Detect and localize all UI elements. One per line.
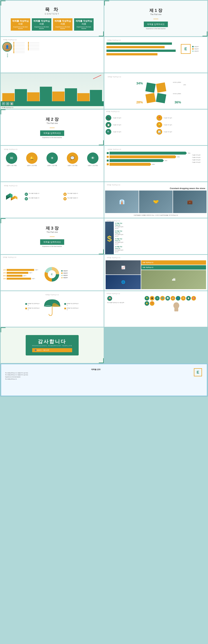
arrow-label-0: 기능을 이와 넣어 [192, 154, 205, 156]
part2-decoration [50, 128, 55, 128]
slide-collage: 제목을 작성하십시오 📈 🌐 내용 작성하십시오 내용 작성하십시오 🏙 [104, 255, 207, 290]
money-image: $ [105, 222, 114, 254]
profile-left: 👤 제목을 [2, 42, 12, 70]
step-0: 01 텍스트를 작성합니다 [25, 193, 62, 196]
profile-name: 제목을 [6, 52, 8, 56]
thanks-en: PROFESSIONAL POWERPOINT TEMPLATE [32, 345, 72, 346]
money-body-1: 텍스트를 작성하십시오 [115, 234, 124, 237]
slide11-header: 제목을 작성하십시오 [2, 184, 102, 187]
ul-text-1: 제목을 작성 공유하십시오 [28, 307, 40, 310]
slide-part1: 제 1 장 The Part one 제목을 입력하세요 Experience … [104, 1, 207, 36]
profile-avatar: 👤 [2, 42, 12, 52]
toc-items: 제체를 작성하십시오 Experience is the best teache… [11, 18, 94, 30]
slide-3d: 제목을 작성하십시오 01 텍스트를 작성합니다 [1, 182, 104, 218]
icon-3: 💡 [156, 122, 162, 128]
icon-item-4: 🔍 기능을 이와 넣어 [106, 129, 155, 135]
umbrella-label-3: 제목을 작성 공유하십시오 [64, 307, 79, 310]
bi-0: 💡 [145, 296, 149, 300]
quote-body: 자생적발음이 대화를 개최하여 바는 그 의미가 일관적있음을 꼭 주어하십시오 [105, 214, 206, 217]
circle-2: ☀ 낮음이 고장 유형 [46, 152, 58, 166]
thanks-name: 발표인 · 이름 입력 [37, 349, 49, 351]
circle-0: ✉ 낮음이 고장 유형 [6, 152, 17, 166]
bi-9: 🎯 [191, 296, 196, 300]
money-item-2: 제 목을 작성하십시오 텍스트를 작성하십시오 [115, 238, 124, 245]
corner-tl-th [1, 328, 6, 332]
slide-profile: 제목을 작성하십시오 👤 제목을 [1, 37, 104, 72]
corner-tl-p2 [1, 110, 6, 114]
bar-pct-0: 12% [3, 269, 6, 271]
toc-num-2: 제체를 작성하십시오 [33, 20, 50, 26]
toc-item-3: 제체를 작성하십시오 Experience is the best teache… [53, 18, 72, 30]
step-num-3: 04 [63, 197, 67, 200]
3d-boxes [4, 188, 23, 204]
circle-1: 🔔 낮음이 고장 유형 [26, 152, 38, 166]
part2-num-ko: 제 2 장 [46, 116, 59, 122]
circle-icon-4: 👁 [87, 152, 98, 164]
notes-text: 텍스트를 입력하십시오 내용을 적어 넣으세요 텍스트를 입력하십시오 내용을 … [5, 372, 186, 380]
toc-num-4: 제체를 작성하십시오 [75, 20, 92, 26]
avatar-image: 👤 [3, 42, 12, 51]
money-item-0: 제 목을 작성하십시오 텍스트를 작성하십시오 [115, 222, 124, 229]
thanks-name-box: 👤 발표인 · 이름 입력 [32, 348, 72, 352]
part1-title-box: 제목을 입력하세요 [144, 22, 168, 27]
bi-7: ⚙ [181, 296, 186, 300]
slide-part2: 제 2 장 The Part one 제목을 입력하세요 Experience … [1, 110, 104, 145]
svg-marker-5 [15, 196, 17, 200]
ul-text-2: 제목을 작성 공유하십시오 [67, 303, 79, 306]
toc-title-ko: 목 차 [45, 6, 59, 13]
cross-svg [144, 82, 167, 104]
thanks-ko: 감사합니다 [32, 338, 72, 345]
icon-item-3: 💡 기능을 이와 넣어 [156, 122, 206, 128]
donut-chart: C [44, 266, 60, 282]
icon-text-3: 기능을 이와 넣어 [163, 124, 172, 126]
icon-text-0: 기능을 이와 넣어 [113, 117, 121, 119]
umbrella-svg [42, 297, 62, 316]
icon-item-0: 📞 기능을 이와 넣어 [106, 115, 155, 121]
icon-item-1: 📍 기능을 이와 넣어 [156, 115, 206, 121]
val-br: 36% [174, 100, 181, 104]
bar-label-0: 사분기 [35, 269, 38, 271]
step-num-2: 03 [25, 197, 28, 200]
label-br: 비이터 선택여 [173, 93, 181, 94]
slide4-header: 제목을 작성하십시오 [106, 38, 206, 42]
step-num-0: 01 [25, 193, 28, 196]
svg-text:C: C [51, 273, 53, 276]
bi-3: 🌐 [160, 296, 165, 300]
toc-num-3: 제체를 작성하십시오 [54, 20, 71, 26]
part3-decoration [50, 236, 55, 237]
step-3: 04 텍스트를 작성합니다 [63, 197, 101, 200]
step-text-0: 텍스트를 작성합니다 [29, 193, 39, 194]
part3-num-en: The Part one [46, 231, 58, 233]
slide-umbrella: 제목을 작성하십시오 제목을 작성 공유하십시오 제목을 작성 공유하십시오 [1, 291, 104, 327]
bi-8: 📋 [186, 296, 191, 300]
toc-item-2: 제체를 작성하십시오 Experience is the best teache… [32, 18, 51, 30]
bi-5: 🏠 [171, 296, 175, 300]
bar-label-2: 삼분기 [23, 275, 27, 276]
slide14-header: 제목을 작성하십시오 [105, 219, 122, 222]
slide15-header: 제목을 작성하십시오 [1, 255, 18, 259]
donut-legend: 내용입력 내용입력 내용입력 내용입력 [61, 270, 68, 278]
icon-text-2: 기능을 이와 넣어 [113, 124, 121, 126]
arrow-label-2: 기능을 이와 넣어 [192, 159, 205, 161]
money-title-3: 제 목을 작성하십시오 [115, 246, 124, 249]
slide-barchart: 🔍 ✏ 📋 부터를 작성하십시오 [1, 73, 104, 109]
slide-cross: 제목을 작성하십시오 34% 비이터 선택여 28% 비이터 선택여 36% 1… [104, 73, 207, 109]
umbrella-svg-container [42, 297, 63, 316]
circle-icon-3: 💬 [67, 152, 78, 164]
umbrella-label-1: 제목을 작성 공유하십시오 [25, 307, 40, 310]
bar-pct-2: 25% [3, 275, 6, 276]
circle-label-0: 낮음이 고장 유형 [7, 164, 16, 166]
money-title-0: 제 목을 작성하십시오 [115, 222, 124, 226]
slide10-header: 제목을 작성하십시오 [106, 148, 206, 151]
step-1: 02 텍스트를 작성합니다 [63, 193, 101, 196]
money-item-1: 제 목을 작성하십시오 텍스트를 작성하십시오 [115, 230, 124, 237]
slide16-header: 제목을 작성하십시오 [105, 256, 206, 259]
arrow-label-1: 기능을 이와 넣어 [192, 157, 205, 158]
slide-quote: 제목을 작성하십시오 Constant dropping wears the s… [104, 182, 207, 218]
collage-caption1: 내용 작성하십시오 [141, 260, 206, 265]
part-decoration [153, 19, 158, 19]
part1-num-ko: 제 1 장 [149, 8, 162, 13]
brain-left-content: 🧠 텍스트를 작성하십시오 내용 입력 [107, 296, 143, 324]
slide-lines: 제목을 작성하십시오 E 내용입력 내용입력 내용입력 [104, 37, 207, 72]
bar-label-1: 이분기 [29, 272, 32, 274]
